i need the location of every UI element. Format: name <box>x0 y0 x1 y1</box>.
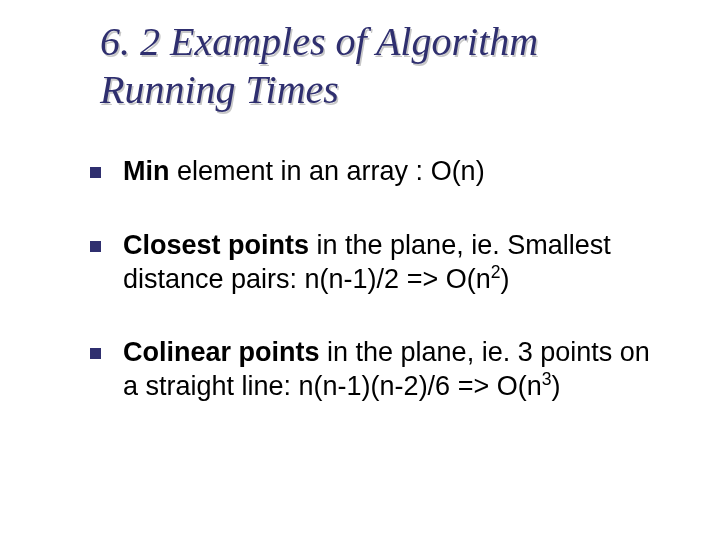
list-item: Colinear points in the plane, ie. 3 poin… <box>90 336 670 404</box>
bullet-icon <box>90 348 101 359</box>
slide-content: Min element in an array : O(n) Closest p… <box>90 155 670 444</box>
item-tail: ) <box>551 371 560 401</box>
bold-term: Min <box>123 156 170 186</box>
item-body: element in an array : O(n) <box>170 156 485 186</box>
list-item: Min element in an array : O(n) <box>90 155 670 189</box>
bold-term: Closest points <box>123 230 309 260</box>
list-item-text: Closest points in the plane, ie. Smalles… <box>123 229 670 297</box>
list-item: Closest points in the plane, ie. Smalles… <box>90 229 670 297</box>
bullet-icon <box>90 241 101 252</box>
slide: 6. 2 Examples of Algorithm Running Times… <box>0 0 720 540</box>
item-tail: ) <box>500 264 509 294</box>
superscript: 3 <box>542 369 552 389</box>
list-item-text: Colinear points in the plane, ie. 3 poin… <box>123 336 670 404</box>
superscript: 2 <box>491 262 501 282</box>
list-item-text: Min element in an array : O(n) <box>123 155 670 189</box>
bullet-icon <box>90 167 101 178</box>
slide-title: 6. 2 Examples of Algorithm Running Times <box>100 18 680 114</box>
bold-term: Colinear points <box>123 337 320 367</box>
